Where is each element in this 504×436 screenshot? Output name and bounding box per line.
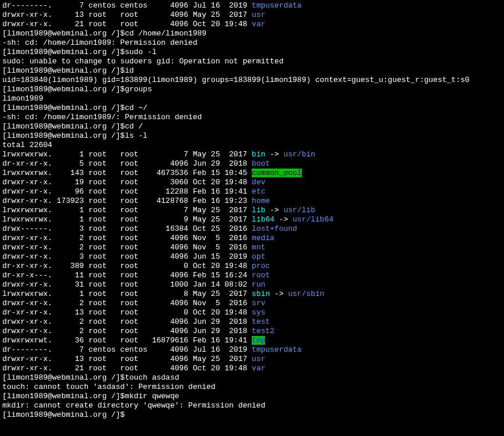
ls-columns: dr--------. 7 centos centos 4096 Jul 16 … [2, 1, 252, 10]
ls-cmd[interactable]: ls -l [125, 131, 148, 140]
ls-columns: drwxr-xr-x. 2 root root 4096 Nov 5 2016 [2, 234, 252, 242]
symlink-arrow: -> [270, 290, 288, 298]
mkdir-error: mkdir: cannot create directory 'qwewqe':… [2, 401, 502, 410]
id-cmd[interactable]: id [125, 66, 134, 75]
ls-row: drwxr-xr-x. 96 root root 12288 Feb 16 19… [2, 187, 502, 196]
prompt-line: [limon1989@webminal.org /]$id [2, 66, 502, 76]
ls-columns: dr-xr-x---. 11 root root 4096 Feb 15 16:… [2, 271, 252, 280]
file-name: sys [252, 308, 265, 317]
file-name: boot [252, 159, 270, 168]
ls-columns: drwxr-xr-x. 21 root root 4096 Oct 20 19:… [2, 20, 252, 28]
ls-columns: drwxr-xr-x. 13 root root 4096 May 25 201… [2, 355, 252, 363]
file-name: usr [252, 355, 265, 363]
prompt-line: [limon1989@webminal.org /]$touch asdasd [2, 373, 502, 383]
ls-row: drwxr-xr-x. 13 root root 4096 May 25 201… [2, 10, 502, 20]
prompt: [limon1989@webminal.org /]$ [2, 373, 125, 382]
file-name: etc [252, 187, 265, 196]
ls-columns: drwx------. 3 root root 16384 Oct 25 201… [2, 224, 252, 233]
touch-cmd[interactable]: touch asdasd [125, 373, 180, 382]
ls-columns: drwxr-xr-x. 21 root root 4096 Oct 20 19:… [2, 364, 252, 373]
file-name: lib64 [252, 215, 274, 224]
ls-columns: lrwxrwxrwx. 1 root root 7 May 25 2017 [2, 206, 252, 215]
ls-row: drwxr-xr-x. 19 root root 3060 Oct 20 19:… [2, 178, 502, 187]
ls-columns: drwxr-xr-x. 3 root root 4096 Jun 15 2019 [2, 252, 252, 261]
prompt-line: [limon1989@webminal.org /]$sudo -l [2, 48, 502, 57]
file-name: lib [252, 206, 265, 215]
symlink-arrow: -> [265, 206, 283, 215]
prompt: [limon1989@webminal.org /]$ [2, 131, 125, 140]
file-name: srv [252, 299, 265, 308]
ls-row: dr-xr-x---. 11 root root 4096 Feb 15 16:… [2, 271, 502, 280]
file-name: home [252, 196, 270, 205]
ls-columns: drwxr-xr-x. 19 root root 3060 Oct 20 19:… [2, 178, 252, 187]
ls-columns: lrwxrwxrwx. 1 root root 7 May 25 2017 [2, 150, 252, 159]
groups-output: limon1989 [2, 94, 502, 103]
prompt-line: [limon1989@webminal.org /]$cd /home/limo… [2, 29, 502, 38]
terminal[interactable]: dr--------. 7 centos centos 4096 Jul 16 … [0, 0, 504, 421]
prompt: [limon1989@webminal.org /]$ [2, 392, 125, 401]
ls-columns: drwxr-xr-x. 2 root root 4096 Jun 29 2018 [2, 327, 252, 335]
file-name: common_pool [252, 169, 302, 177]
ls-row: drwxr-xr-x. 2 root root 4096 Jun 29 2018… [2, 317, 502, 327]
prompt: [limon1989@webminal.org /]$ [2, 103, 125, 112]
ls-row: lrwxrwxrwx. 1 root root 8 May 25 2017 sb… [2, 290, 502, 299]
file-name: media [252, 234, 274, 242]
symlink-target: usr/sbin [288, 290, 324, 298]
ls-columns: lrwxrwxrwx. 1 root root 8 May 25 2017 [2, 290, 252, 298]
cd-tilde-cmd[interactable]: cd ~/ [125, 103, 148, 112]
ls-columns: lrwxrwxrwx. 1 root root 9 May 25 2017 [2, 215, 252, 224]
symlink-arrow: -> [265, 150, 283, 159]
file-name: bin [252, 150, 265, 159]
ls-columns: drwxr-xr-x. 31 root root 1000 Jan 14 08:… [2, 280, 252, 289]
ls-columns: drwxr-xr-x. 96 root root 12288 Feb 16 19… [2, 187, 252, 196]
file-name: test [252, 317, 270, 326]
file-name: var [252, 364, 265, 373]
sudo-error: sudo: unable to change to sudoers gid: O… [2, 57, 502, 66]
file-name: proc [252, 262, 270, 270]
mkdir-cmd[interactable]: mkdir qwewqe [125, 392, 180, 401]
ls-row: dr--------. 7 centos centos 4096 Jul 16 … [2, 345, 502, 355]
symlink-arrow: -> [274, 215, 292, 224]
cd-root-cmd[interactable]: cd / [125, 122, 143, 131]
ls-columns: lrwxrwxrwx. 143 root root 4673536 Feb 15… [2, 169, 252, 177]
ls-row: drwxr-xr-x. 21 root root 4096 Oct 20 19:… [2, 364, 502, 373]
file-name: usr [252, 10, 265, 19]
ls-columns: dr--------. 7 centos centos 4096 Jul 16 … [2, 345, 252, 354]
ls-row: dr-xr-xr-x. 13 root root 0 Oct 20 19:48 … [2, 308, 502, 317]
ls-columns: dr-xr-xr-x. 389 root root 0 Oct 20 19:48 [2, 262, 252, 270]
file-name: sbin [252, 290, 270, 298]
sudo-cmd[interactable]: sudo -l [125, 48, 157, 56]
ls-row: drwx------. 3 root root 16384 Oct 25 201… [2, 224, 502, 234]
ls-columns: drwxr-xr-x. 13 root root 4096 May 25 201… [2, 10, 252, 19]
groups-cmd[interactable]: groups [125, 85, 152, 94]
file-name: run [252, 280, 265, 289]
prompt: [limon1989@webminal.org /]$ [2, 48, 125, 56]
file-name: opt [252, 252, 265, 261]
touch-error: touch: cannot touch 'asdasd': Permission… [2, 383, 502, 392]
prompt-line: [limon1989@webminal.org /]$mkdir qwewqe [2, 392, 502, 401]
cd-home-cmd[interactable]: cd /home/limon1989 [125, 29, 206, 38]
file-name: mnt [252, 243, 265, 252]
ls-row: lrwxrwxrwx. 143 root root 4673536 Feb 15… [2, 169, 502, 178]
ls-columns: drwxr-xr-x. 173923 root root 4128768 Feb… [2, 196, 252, 205]
ls-row: dr-xr-xr-x. 389 root root 0 Oct 20 19:48… [2, 262, 502, 271]
prompt: [limon1989@webminal.org /]$ [2, 410, 125, 419]
ls-row: drwxr-xr-x. 2 root root 4096 Nov 5 2016 … [2, 234, 502, 243]
ls-row: drwxrwxrwt. 36 root root 16879616 Feb 16… [2, 336, 502, 345]
file-name: dev [252, 178, 265, 187]
id-output: uid=183840(limon1989) gid=183899(limon19… [2, 76, 502, 85]
file-name: tmp [252, 336, 265, 345]
ls-row: drwxr-xr-x. 173923 root root 4128768 Feb… [2, 196, 502, 206]
ls-row: lrwxrwxrwx. 1 root root 7 May 25 2017 bi… [2, 150, 502, 159]
prompt-line: [limon1989@webminal.org /]$ls -l [2, 131, 502, 141]
file-name: test2 [252, 327, 274, 335]
prompt-line: [limon1989@webminal.org /]$ [2, 410, 502, 420]
ls-row: drwxr-xr-x. 2 root root 4096 Jun 29 2018… [2, 327, 502, 336]
ls-row: dr-xr-xr-x. 5 root root 4096 Jun 29 2018… [2, 159, 502, 169]
prompt-line: [limon1989@webminal.org /]$groups [2, 85, 502, 94]
file-name: lost+found [252, 224, 297, 233]
file-name: var [252, 20, 265, 28]
ls-row: drwxr-xr-x. 3 root root 4096 Jun 15 2019… [2, 252, 502, 262]
ls-columns: drwxr-xr-x. 2 root root 4096 Nov 5 2016 [2, 243, 252, 252]
prompt-line: [limon1989@webminal.org /]$cd / [2, 122, 502, 131]
